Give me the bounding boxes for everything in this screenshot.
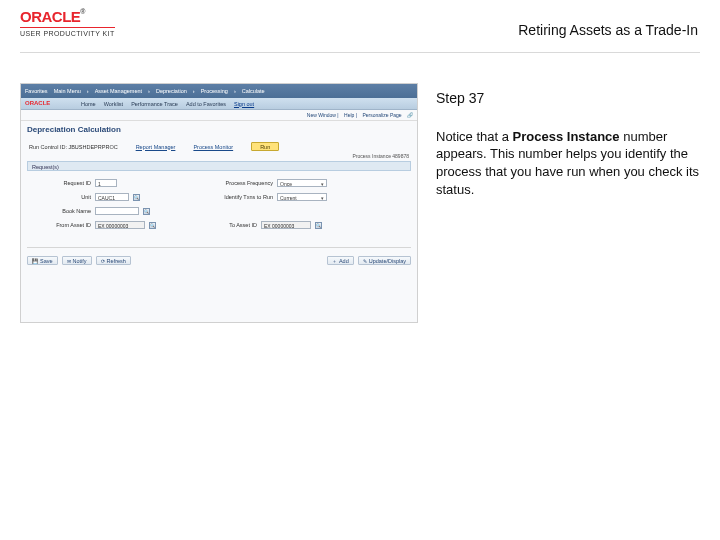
bottom-button-bar: 💾Save ✉Notify ⟳Refresh ＋Add ✎Update/Disp… [21,254,417,267]
request-bar: Request(s) [27,161,411,171]
save-button[interactable]: 💾Save [27,256,58,265]
app-top-links: Home Worklist Performance Trace Add to F… [21,98,417,110]
top-signout[interactable]: Sign out [234,101,254,107]
save-label: Save [40,257,53,265]
link-help[interactable]: Help [344,112,354,118]
unit-lookup-icon[interactable]: 🔍 [133,194,140,201]
process-freq-select[interactable]: Once [277,179,327,187]
link-personalize[interactable]: Personalize Page [362,112,401,118]
top-fav[interactable]: Add to Favorites [186,101,226,107]
notify-icon: ✉ [67,257,71,265]
runctl-value: JBUSHDEPRPROC [68,144,117,150]
app-breadcrumb-bar: Favorites Main Menu › Asset Management ›… [21,84,417,98]
instruction-text: Notice that a Process Instance number ap… [436,128,700,198]
refresh-icon: ⟳ [101,257,105,265]
oracle-tm: ® [80,8,85,15]
notify-button[interactable]: ✉Notify [62,256,92,265]
to-asset-lookup-icon[interactable]: 🔍 [315,222,322,229]
update-icon: ✎ [363,257,367,265]
process-freq-label: Process Frequency [217,180,273,186]
notify-label: Notify [73,257,87,265]
bookname-label: Book Name [35,208,91,214]
top-worklist[interactable]: Worklist [104,101,123,107]
crumb-depr[interactable]: Depreciation [156,88,187,94]
add-icon: ＋ [332,257,337,265]
refresh-button[interactable]: ⟳Refresh [96,256,131,265]
request-id-label: Request ID [35,180,91,186]
from-asset-lookup-icon[interactable]: 🔍 [149,222,156,229]
unit-input[interactable]: CAUC1 [95,193,129,201]
runctl-label: Run Control ID: [29,144,67,150]
top-perf[interactable]: Performance Trace [131,101,178,107]
refresh-label: Refresh [107,257,126,265]
page-title: Depreciation Calculation [21,121,417,140]
step-label: Step 37 [436,89,700,108]
bookname-lookup-icon[interactable]: 🔍 [143,208,150,215]
run-button[interactable]: Run [251,142,279,151]
from-asset-input[interactable]: EX 00000003 [95,221,145,229]
unit-label: Unit [35,194,91,200]
report-manager-link[interactable]: Report Manager [136,144,176,150]
process-instance-label: Process Instance [353,153,391,159]
txns-select[interactable]: Current [277,193,327,201]
oracle-logo-text: ORACLE [20,8,80,25]
app-oracle-logo: ORACLE [25,100,50,106]
crumb-am[interactable]: Asset Management [95,88,142,94]
to-asset-label: To Asset ID [209,222,257,228]
save-icon: 💾 [32,257,38,265]
instruction-pane: Step 37 Notice that a Process Instance n… [436,83,700,323]
process-instance-value: 489878 [392,153,409,159]
crumb-favorites[interactable]: Favorites [25,88,48,94]
update-button[interactable]: ✎Update/Display [358,256,411,265]
add-button[interactable]: ＋Add [327,256,354,265]
txns-label: Identify Txns to Run [217,194,273,200]
add-label: Add [339,257,349,265]
top-home[interactable]: Home [81,101,96,107]
crumb-calc[interactable]: Calculate [242,88,265,94]
to-asset-input[interactable]: EX 00000003 [261,221,311,229]
bookname-input[interactable] [95,207,139,215]
oracle-logo-block: ORACLE® USER PRODUCTIVITY KIT [20,8,115,37]
instr-pre: Notice that a [436,129,513,144]
crumb-proc[interactable]: Processing [201,88,228,94]
request-id-input[interactable]: 1 [95,179,117,187]
app-screenshot: Favorites Main Menu › Asset Management ›… [20,83,418,323]
crumb-main[interactable]: Main Menu [54,88,81,94]
link-newwin[interactable]: New Window [307,112,336,118]
app-user-links: New Window | Help | Personalize Page 🔗 [21,110,417,121]
topic-title: Retiring Assets as a Trade-In [518,22,698,38]
oracle-logo: ORACLE® [20,8,85,25]
update-label: Update/Display [369,257,406,265]
process-monitor-link[interactable]: Process Monitor [193,144,233,150]
instr-bold: Process Instance [513,129,620,144]
http-icon: 🔗 [407,112,413,118]
from-asset-label: From Asset ID [35,222,91,228]
oracle-sub: USER PRODUCTIVITY KIT [20,27,115,37]
form-divider [27,247,411,248]
